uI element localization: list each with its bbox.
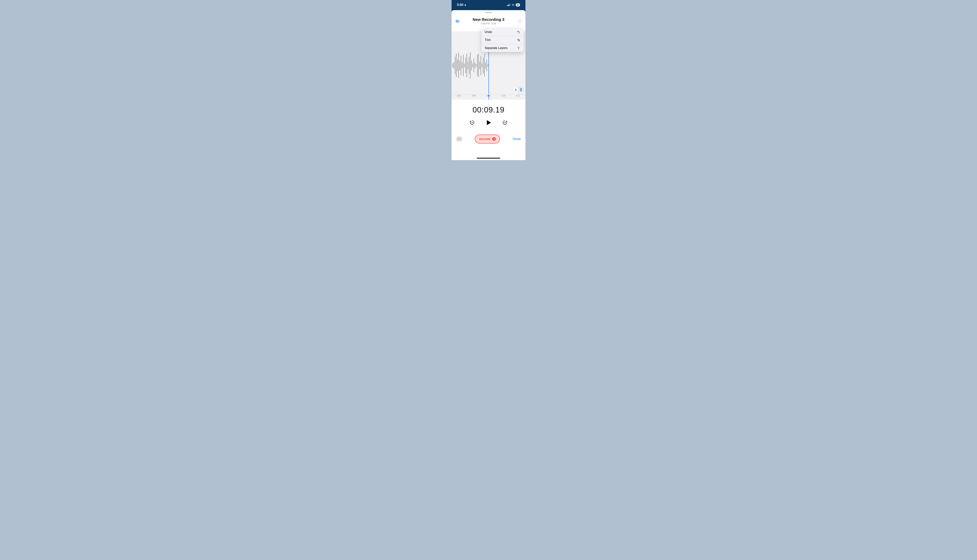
more-menu-popover: Undo Trim Separate Layers — [481, 28, 523, 52]
menu-item-trim[interactable]: Trim — [481, 36, 523, 44]
battery-level: 34 — [516, 3, 520, 7]
status-right: 34 — [507, 3, 520, 7]
timeline-tick: 0:09 — [481, 95, 496, 97]
svg-rect-2 — [508, 5, 508, 6]
settings-button[interactable] — [455, 18, 460, 24]
menu-label: Undo — [484, 30, 492, 34]
timeline-tick: 0:11 — [511, 95, 525, 97]
recording-subtitle: 5:48 PM 0:09 — [460, 22, 517, 25]
status-bar: 5:50 34 — [452, 0, 525, 10]
svg-text:15: 15 — [504, 122, 506, 123]
crop-icon — [517, 38, 520, 42]
svg-rect-1 — [507, 5, 508, 6]
skip-back-15-icon: 15 — [469, 120, 474, 125]
quote-icon: “” — [458, 138, 461, 140]
play-icon — [485, 119, 492, 126]
svg-point-6 — [456, 20, 457, 21]
svg-rect-4 — [510, 4, 510, 6]
header-title-group: New Recording 3 5:48 PM 0:09 — [460, 17, 517, 25]
playback-controls: 15 15 — [452, 119, 525, 126]
ellipsis-icon: ••• — [517, 19, 522, 23]
recording-title[interactable]: New Recording 3 — [460, 17, 517, 22]
undo-icon — [517, 30, 520, 34]
current-time-display: 00:09.19 — [452, 105, 525, 114]
menu-label: Trim — [484, 38, 491, 42]
wifi-icon — [511, 4, 515, 6]
more-button[interactable]: ••• — [517, 18, 522, 24]
transcript-button[interactable]: “” — [456, 137, 462, 142]
sliders-icon — [456, 20, 459, 23]
timeline-tick: 0:07 — [452, 95, 466, 97]
svg-marker-43 — [487, 120, 491, 125]
recording-timestamp: 5:48 PM — [481, 22, 490, 25]
svg-point-8 — [458, 21, 459, 22]
home-indicator[interactable] — [477, 158, 500, 158]
editor-header: New Recording 3 5:48 PM 0:09 ••• — [452, 13, 525, 27]
done-button[interactable]: Done — [513, 137, 521, 141]
svg-text:15: 15 — [471, 122, 473, 123]
bottom-action-row: “” RESUME 2 Done — [452, 135, 525, 143]
fork-icon — [517, 46, 520, 50]
svg-rect-3 — [509, 4, 509, 6]
svg-text:“”: “” — [459, 138, 460, 139]
layer-toggle: 1 2 — [513, 87, 524, 93]
skip-back-button[interactable]: 15 — [469, 120, 474, 125]
resume-label: RESUME — [479, 138, 491, 141]
resume-badge: 2 — [492, 137, 496, 141]
phone-frame: 5:50 34 New Recording 3 5:48 PM 0:09 ••• — [452, 0, 525, 160]
svg-point-10 — [457, 22, 458, 22]
timeline-tick: 0:08 — [466, 95, 481, 97]
person-icon — [464, 4, 466, 6]
menu-label: Separate Layers — [484, 46, 508, 50]
timeline-tick: 0:10 — [496, 95, 511, 97]
layer-2-button[interactable]: 2 — [518, 87, 523, 92]
skip-forward-15-icon: 15 — [503, 120, 508, 125]
skip-forward-button[interactable]: 15 — [503, 120, 508, 125]
recording-duration: 0:09 — [491, 22, 496, 25]
svg-point-0 — [465, 4, 466, 5]
timeline-ruler: 0:07 0:08 0:09 0:10 0:11 — [452, 95, 525, 100]
menu-item-undo[interactable]: Undo — [481, 28, 523, 36]
status-time-group: 5:50 — [457, 3, 466, 7]
resume-button[interactable]: RESUME 2 — [475, 135, 500, 143]
menu-item-separate-layers[interactable]: Separate Layers — [481, 44, 523, 52]
play-button[interactable] — [485, 119, 492, 126]
status-time: 5:50 — [457, 3, 463, 7]
editor-sheet: New Recording 3 5:48 PM 0:09 ••• Undo Tr… — [452, 10, 525, 160]
layer-1-button[interactable]: 1 — [513, 87, 518, 92]
cellular-icon — [507, 4, 510, 6]
